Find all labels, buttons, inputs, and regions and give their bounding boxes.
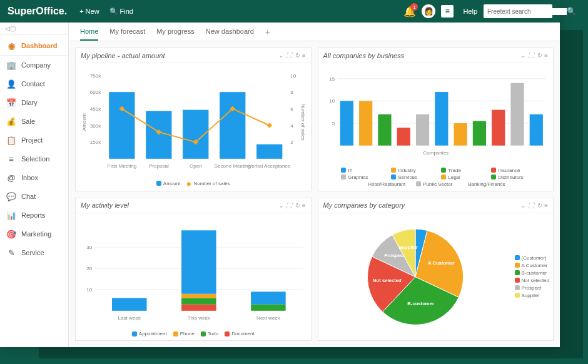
refresh-icon[interactable]: ↻ bbox=[295, 202, 300, 209]
search-box[interactable]: 🔍 bbox=[484, 4, 552, 18]
sidebar-item-dashboard[interactable]: ◉Dashboard bbox=[0, 36, 68, 56]
svg-text:8: 8 bbox=[290, 89, 293, 95]
new-button[interactable]: + New bbox=[79, 8, 99, 15]
tab-my-progress[interactable]: My progress bbox=[156, 23, 195, 41]
sidebar-item-sale[interactable]: 💰Sale bbox=[0, 112, 68, 131]
svg-text:Open: Open bbox=[190, 163, 202, 169]
refresh-icon[interactable]: ↻ bbox=[537, 202, 542, 209]
sidebar-item-selection[interactable]: ≡Selection bbox=[0, 149, 68, 168]
sidebar-item-service[interactable]: ✎Service bbox=[0, 243, 68, 262]
legend-item: Supplier bbox=[515, 293, 549, 298]
svg-text:15: 15 bbox=[329, 76, 335, 82]
chevron-down-icon[interactable]: ⌄ bbox=[278, 52, 283, 59]
svg-text:10: 10 bbox=[290, 73, 296, 79]
maximize-icon[interactable]: ⛶ bbox=[286, 52, 292, 59]
user-menu-button[interactable]: 👩 bbox=[422, 4, 435, 18]
legend-item: Public Sector bbox=[416, 181, 455, 187]
svg-text:Companies: Companies bbox=[423, 150, 449, 156]
refresh-icon[interactable]: ↻ bbox=[295, 52, 300, 59]
app-window: SuperOffice. + New 🔍 Find 🔔 1 👩 ≡ Help 🔍… bbox=[0, 0, 560, 347]
top-header: SuperOffice. + New 🔍 Find 🔔 1 👩 ≡ Help 🔍 bbox=[0, 0, 560, 23]
svg-rect-54 bbox=[181, 298, 216, 304]
sidebar-item-marketing[interactable]: 🎯Marketing bbox=[0, 225, 68, 243]
svg-text:20: 20 bbox=[86, 266, 92, 271]
sale-icon: 💰 bbox=[6, 116, 16, 126]
svg-rect-36 bbox=[397, 128, 410, 146]
maximize-icon[interactable]: ⛶ bbox=[286, 202, 292, 209]
svg-text:2: 2 bbox=[290, 139, 293, 145]
svg-rect-35 bbox=[378, 114, 391, 146]
svg-text:Proposal: Proposal bbox=[149, 163, 169, 169]
menu-icon[interactable]: ≡ bbox=[302, 202, 306, 209]
svg-rect-51 bbox=[112, 298, 147, 310]
svg-text:First Meeting: First Meeting bbox=[108, 163, 137, 169]
tab-my-forecast[interactable]: My forecast bbox=[109, 23, 145, 41]
svg-rect-55 bbox=[181, 293, 216, 298]
sidebar-item-project[interactable]: 📋Project bbox=[0, 131, 68, 149]
menu-icon[interactable]: ≡ bbox=[302, 52, 306, 59]
sidebar-item-chat[interactable]: 💬Chat bbox=[0, 187, 68, 206]
list-icon: ≡ bbox=[441, 5, 454, 18]
main-menu-button[interactable]: ≡ bbox=[440, 4, 454, 18]
plus-icon: + bbox=[79, 8, 83, 15]
tab-home[interactable]: Home bbox=[80, 23, 98, 41]
sidebar-item-company[interactable]: 🏢Company bbox=[0, 56, 68, 74]
chevron-down-icon[interactable]: ⌄ bbox=[520, 52, 525, 59]
legend-item: Amount bbox=[156, 180, 181, 187]
search-icon: 🔍 bbox=[109, 8, 118, 16]
main-content: HomeMy forecastMy progressNew dashboard … bbox=[69, 23, 560, 347]
inbox-icon: @ bbox=[6, 173, 16, 183]
help-link[interactable]: Help bbox=[463, 8, 477, 15]
legend-item: (Customer) bbox=[515, 255, 549, 261]
refresh-icon[interactable]: ↻ bbox=[537, 52, 542, 59]
panel-pipeline: My pipeline - actual amount ⌄ ⛶ ↻ ≡ 150k… bbox=[75, 48, 312, 191]
menu-icon[interactable]: ≡ bbox=[544, 202, 548, 209]
tab-new-dashboard[interactable]: New dashboard bbox=[206, 23, 254, 41]
svg-rect-41 bbox=[492, 110, 505, 146]
svg-text:30: 30 bbox=[86, 245, 92, 250]
svg-text:Number of sales: Number of sales bbox=[300, 104, 306, 141]
sidebar-item-label: Inbox bbox=[21, 174, 38, 181]
maximize-icon[interactable]: ⛶ bbox=[528, 52, 534, 59]
panel-companies-category: My companies by category ⌄ ⛶ ↻ ≡ A Custo… bbox=[318, 198, 554, 341]
menu-icon[interactable]: ≡ bbox=[544, 52, 548, 59]
service-icon: ✎ bbox=[6, 248, 16, 258]
svg-text:150k: 150k bbox=[90, 139, 101, 145]
sidebar-item-inbox[interactable]: @Inbox bbox=[0, 168, 68, 187]
chevron-down-icon[interactable]: ⌄ bbox=[278, 202, 283, 209]
sidebar-item-label: Marketing bbox=[21, 230, 51, 238]
sidebar-item-reports[interactable]: 📊Reports bbox=[0, 206, 68, 225]
sidebar-item-label: Company bbox=[21, 61, 51, 69]
contact-icon: 👤 bbox=[6, 79, 16, 89]
find-button[interactable]: 🔍 Find bbox=[109, 8, 133, 16]
maximize-icon[interactable]: ⛶ bbox=[528, 202, 534, 209]
svg-text:4: 4 bbox=[290, 123, 293, 129]
sidebar-item-contact[interactable]: 👤Contact bbox=[0, 74, 68, 93]
sidebar-item-diary[interactable]: 📅Diary bbox=[0, 93, 68, 112]
legend-item: B-customer bbox=[515, 270, 549, 276]
chevron-down-icon[interactable]: ⌄ bbox=[520, 202, 525, 209]
legend-item: Prospect bbox=[515, 285, 549, 291]
svg-text:Next week: Next week bbox=[256, 315, 281, 320]
svg-text:Amount: Amount bbox=[81, 113, 87, 131]
svg-text:750k: 750k bbox=[90, 73, 101, 79]
sidebar-item-label: Service bbox=[21, 249, 44, 256]
search-icon[interactable]: 🔍 bbox=[567, 7, 576, 16]
legend-item: Todo bbox=[201, 331, 218, 336]
reports-icon: 📊 bbox=[6, 210, 16, 220]
sidebar-item-label: Sale bbox=[21, 118, 35, 125]
add-tab-button[interactable]: + bbox=[265, 27, 270, 37]
svg-rect-39 bbox=[454, 123, 467, 146]
collapse-sidebar-button[interactable]: ◁▢ bbox=[0, 25, 68, 35]
svg-rect-56 bbox=[181, 230, 216, 293]
project-icon: 📋 bbox=[6, 135, 16, 145]
legend-item: Banking/Finance bbox=[466, 181, 505, 187]
notifications-button[interactable]: 🔔 1 bbox=[403, 4, 417, 18]
svg-rect-34 bbox=[359, 101, 372, 145]
search-input[interactable] bbox=[487, 8, 567, 15]
panel-title: My activity level bbox=[81, 201, 276, 209]
avatar-icon: 👩 bbox=[422, 4, 435, 18]
legend-item: Document bbox=[225, 331, 254, 336]
legend-item: Appointment bbox=[132, 331, 167, 336]
legend-item: Insurance bbox=[491, 168, 530, 173]
